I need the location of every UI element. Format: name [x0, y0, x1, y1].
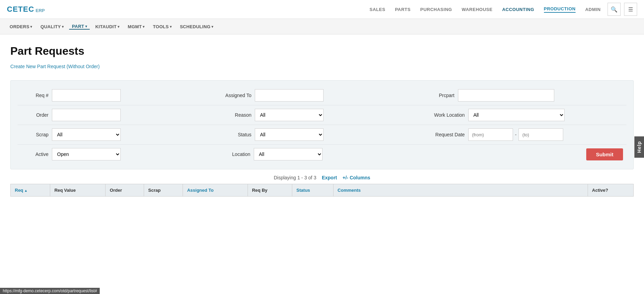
- reason-select[interactable]: All: [255, 109, 324, 121]
- prcpart-input[interactable]: [458, 89, 554, 102]
- subnav-kitaudit[interactable]: KITAUDIT ▾: [92, 24, 122, 29]
- filter-cell-submit: Submit: [421, 148, 626, 160]
- th-req-value[interactable]: Req Value: [50, 184, 106, 197]
- filter-row-3: Scrap All Status All Request Date -: [18, 125, 626, 145]
- filter-panel: Req # Assigned To Prcpart Order Reason A…: [10, 80, 634, 169]
- subnav-kitaudit-label: KITAUDIT: [95, 24, 117, 29]
- subnav-mgmt[interactable]: MGMT ▾: [125, 24, 148, 29]
- display-count: Displaying 1 - 3 of 3: [274, 175, 316, 180]
- subnav-orders[interactable]: ORDERS ▾: [7, 24, 35, 29]
- filter-cell-scrap: Scrap All: [18, 128, 220, 141]
- filter-cell-request-date: Request Date -: [424, 128, 626, 141]
- search-button[interactable]: 🔍: [608, 3, 621, 16]
- nav-parts[interactable]: PARTS: [395, 7, 411, 12]
- req-label: Req #: [18, 93, 48, 98]
- main-content: Part Requests Create New Part Request (W…: [0, 34, 644, 203]
- subnav-quality-label: QUALITY: [41, 24, 61, 29]
- top-nav-links: SALES PARTS PURCHASING WAREHOUSE ACCOUNT…: [58, 6, 601, 13]
- date-range-container: -: [468, 128, 564, 141]
- filter-cell-order: Order: [18, 109, 220, 121]
- menu-button[interactable]: ☰: [624, 3, 637, 16]
- secondary-navigation: ORDERS ▾ QUALITY ▾ PART ▾ KITAUDIT ▾ MGM…: [0, 19, 644, 34]
- mgmt-caret-icon: ▾: [143, 25, 144, 29]
- help-button[interactable]: Help: [634, 136, 644, 158]
- nav-production[interactable]: PRODUCTION: [544, 6, 576, 13]
- filter-cell-prcpart: Prcpart: [424, 89, 626, 102]
- filter-cell-active: Active Open All Closed: [18, 148, 219, 160]
- active-label: Active: [18, 151, 48, 157]
- part-caret-icon: ▾: [85, 24, 87, 28]
- logo[interactable]: CETEC ERP: [7, 5, 45, 14]
- th-req[interactable]: Req: [11, 184, 50, 197]
- tools-caret-icon: ▾: [170, 25, 172, 29]
- th-status[interactable]: Status: [292, 184, 334, 197]
- work-location-label: Work Location: [424, 112, 465, 118]
- export-link[interactable]: Export: [322, 175, 337, 180]
- active-select[interactable]: Open All Closed: [52, 148, 121, 160]
- reason-label: Reason: [220, 112, 251, 118]
- submit-button[interactable]: Submit: [586, 148, 623, 160]
- logo-erp: ERP: [36, 8, 45, 13]
- work-location-select[interactable]: All: [468, 109, 565, 121]
- results-table: Req Req Value Order Scrap Assigned To Re…: [10, 184, 634, 197]
- subnav-scheduling[interactable]: SCHEDULING ▾: [177, 24, 216, 29]
- scheduling-caret-icon: ▾: [211, 25, 213, 29]
- assigned-to-input[interactable]: [255, 89, 324, 102]
- orders-caret-icon: ▾: [30, 25, 32, 29]
- prcpart-label: Prcpart: [424, 93, 455, 98]
- assigned-to-label: Assigned To: [220, 93, 251, 98]
- subnav-mgmt-label: MGMT: [128, 24, 142, 29]
- req-input[interactable]: [52, 89, 121, 102]
- filter-cell-location: Location All: [219, 148, 421, 160]
- nav-sales[interactable]: SALES: [370, 7, 385, 12]
- results-header: Displaying 1 - 3 of 3 Export +/- Columns: [10, 169, 634, 184]
- subnav-part-label: PART: [72, 24, 84, 29]
- top-nav-icons: 🔍 ☰: [608, 3, 637, 16]
- order-input[interactable]: [52, 109, 121, 121]
- filter-cell-status: Status All: [220, 128, 423, 141]
- th-comments[interactable]: Comments: [333, 184, 588, 197]
- subnav-scheduling-label: SCHEDULING: [180, 24, 210, 29]
- table-header-row: Req Req Value Order Scrap Assigned To Re…: [11, 184, 634, 197]
- th-req-by[interactable]: Req By: [248, 184, 292, 197]
- filter-row-1: Req # Assigned To Prcpart: [18, 86, 626, 105]
- subnav-tools[interactable]: TOOLS ▾: [150, 24, 174, 29]
- date-from-input[interactable]: [468, 128, 513, 141]
- nav-purchasing[interactable]: PURCHASING: [420, 7, 452, 12]
- filter-cell-req: Req #: [18, 89, 220, 102]
- kitaudit-caret-icon: ▾: [118, 25, 119, 29]
- date-dash: -: [515, 132, 517, 137]
- th-scrap[interactable]: Scrap: [144, 184, 183, 197]
- filter-cell-reason: Reason All: [220, 109, 423, 121]
- logo-cetec: CETEC: [7, 5, 34, 14]
- columns-link[interactable]: +/- Columns: [342, 175, 370, 180]
- quality-caret-icon: ▾: [62, 25, 64, 29]
- th-active[interactable]: Active?: [588, 184, 633, 197]
- order-label: Order: [18, 112, 48, 118]
- scrap-label: Scrap: [18, 132, 48, 137]
- location-label: Location: [219, 151, 250, 157]
- th-assigned-to[interactable]: Assigned To: [183, 184, 248, 197]
- page-title: Part Requests: [10, 45, 634, 57]
- subnav-tools-label: TOOLS: [153, 24, 169, 29]
- request-date-label: Request Date: [424, 132, 465, 137]
- subnav-quality[interactable]: QUALITY ▾: [38, 24, 66, 29]
- filter-cell-work-location: Work Location All: [424, 109, 626, 121]
- filter-cell-assigned-to: Assigned To: [220, 89, 423, 102]
- nav-admin[interactable]: ADMIN: [585, 7, 601, 12]
- subnav-orders-label: ORDERS: [10, 24, 29, 29]
- th-order[interactable]: Order: [106, 184, 144, 197]
- filter-row-4: Active Open All Closed Location All Subm…: [18, 145, 626, 164]
- table-container: Req Req Value Order Scrap Assigned To Re…: [10, 184, 634, 197]
- nav-accounting[interactable]: ACCOUNTING: [502, 7, 534, 12]
- nav-warehouse[interactable]: WAREHOUSE: [462, 7, 493, 12]
- date-to-input[interactable]: [519, 128, 563, 141]
- create-new-part-request-link[interactable]: Create New Part Request (Without Order): [10, 64, 100, 69]
- top-navigation: CETEC ERP SALES PARTS PURCHASING WAREHOU…: [0, 0, 644, 19]
- scrap-select[interactable]: All: [52, 128, 121, 141]
- subnav-part[interactable]: PART ▾: [69, 24, 90, 30]
- status-label: Status: [220, 132, 251, 137]
- filter-row-2: Order Reason All Work Location All: [18, 105, 626, 125]
- location-select[interactable]: All: [254, 148, 323, 160]
- status-select[interactable]: All: [255, 128, 324, 141]
